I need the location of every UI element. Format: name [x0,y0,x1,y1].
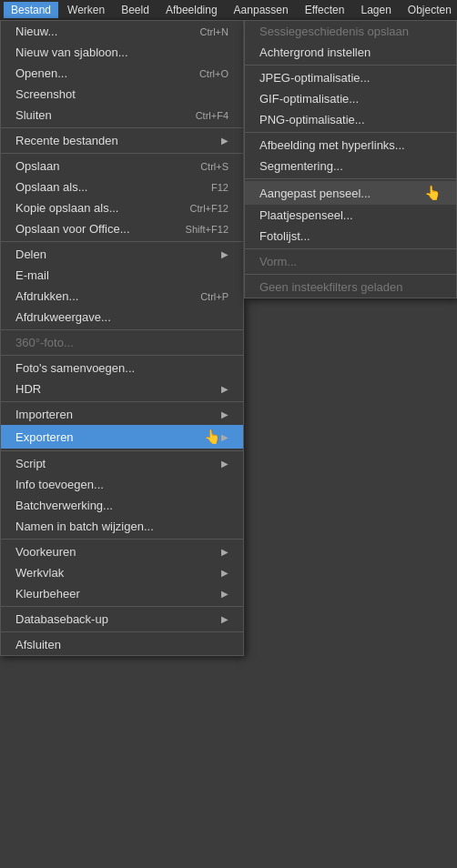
menu-importeren-arrow: ▶ [221,409,228,419]
submenu-geen-insteekfilters-label: Geen insteekfilters geladen [259,280,403,294]
menu-email[interactable]: E-mail [1,265,243,286]
menu-afdrukken-label: Afdrukken... [15,289,182,303]
menu-opslaan-label: Opslaan [15,159,182,173]
sub-sep1 [245,65,456,66]
menu-sluiten[interactable]: Sluiten Ctrl+F4 [1,105,243,126]
menu-recente[interactable]: Recente bestanden ▶ [1,130,243,151]
sep9 [1,606,243,607]
menu-delen-label: Delen [15,247,214,261]
submenu-gif[interactable]: GIF-optimalisatie... [245,88,456,109]
menu-item-afbeelding[interactable]: Afbeelding [158,2,225,18]
menu-opslaan-office-label: Opslaan voor Office... [15,222,168,236]
menu-script-arrow: ▶ [221,459,228,469]
submenu-png-label: PNG-optimalisatie... [259,113,365,126]
menu-werkvlak[interactable]: Werkvlak ▶ [1,562,243,583]
aangepast-hand-icon: 👆 [424,185,442,201]
submenu-achtergrond[interactable]: Achtergrond instellen [245,42,456,63]
menu-opslaan-als-label: Opslaan als... [15,180,193,194]
menu-fotos-samenvoegen-label: Foto's samenvoegen... [15,361,228,375]
submenu-aangepast-penseel-label: Aangepast penseel... [259,187,421,200]
menu-item-objecten[interactable]: Objecten [401,2,457,18]
submenu-hyperlinks[interactable]: Afbeelding met hyperlinks... [245,135,456,156]
submenu-achtergrond-label: Achtergrond instellen [259,45,371,59]
menu-nieuw-sjabloon-label: Nieuw van sjabloon... [15,45,228,59]
submenu-fotolijst-label: Fotolijst... [259,229,310,243]
submenu-segmentering[interactable]: Segmentering... [245,156,456,177]
submenu-aangepast-penseel[interactable]: Aangepast penseel... 👆 [245,181,456,205]
menu-nieuw[interactable]: Nieuw... Ctrl+N [1,21,243,42]
menu-databaseback-up[interactable]: Databaseback-up ▶ [1,609,243,630]
submenu-hyperlinks-label: Afbeelding met hyperlinks... [259,138,405,152]
submenu-png[interactable]: PNG-optimalisatie... [245,109,456,130]
menu-screenshot-label: Screenshot [15,87,228,101]
menu-opslaan-office[interactable]: Opslaan voor Office... Shift+F12 [1,218,243,239]
menu-hdr[interactable]: HDR ▶ [1,378,243,399]
menu-kleurbeheer[interactable]: Kleurbeheer ▶ [1,583,243,604]
menu-item-aanpassen[interactable]: Aanpassen [227,2,296,18]
submenu-plaatjespenseel[interactable]: Plaatjespenseel... [245,205,456,226]
menu-opslaan-als[interactable]: Opslaan als... F12 [1,177,243,197]
submenu-plaatjespenseel-label: Plaatjespenseel... [259,208,353,222]
menu-werkvlak-arrow: ▶ [221,568,228,578]
menu-fotos-samenvoegen[interactable]: Foto's samenvoegen... [1,358,243,378]
submenu-gif-label: GIF-optimalisatie... [259,92,359,106]
menu-360foto-label: 360°-foto... [15,336,228,349]
menu-bar: Bestand Werken Beeld Afbeelding Aanpasse… [0,0,457,20]
sub-sep5 [245,274,456,275]
menu-databaseback-up-arrow: ▶ [221,614,228,624]
sep8 [1,539,243,540]
menu-item-lagen[interactable]: Lagen [353,2,398,18]
menu-item-werken[interactable]: Werken [60,2,112,18]
menu-email-label: E-mail [15,268,228,282]
app-container: Bestand Werken Beeld Afbeelding Aanpasse… [0,0,457,868]
menu-sluiten-label: Sluiten [15,108,178,122]
menu-voorkeuren[interactable]: Voorkeuren ▶ [1,541,243,562]
sub-sep3 [245,178,456,179]
menu-item-beeld[interactable]: Beeld [114,2,157,18]
menu-nieuw-label: Nieuw... [15,25,182,38]
menu-afsluiten[interactable]: Afsluiten [1,634,243,655]
menu-exporteren-label: Exporteren [15,430,198,444]
menu-namen-batch[interactable]: Namen in batch wijzigen... [1,516,243,537]
menu-screenshot[interactable]: Screenshot [1,84,243,105]
menu-exporteren[interactable]: Exporteren 👆 ▶ [1,425,243,449]
menu-afsluiten-label: Afsluiten [15,638,228,651]
submenu-segmentering-label: Segmentering... [259,159,343,173]
submenu-jpeg[interactable]: JPEG-optimalisatie... [245,67,456,88]
menu-importeren[interactable]: Importeren ▶ [1,404,243,425]
menu-afdrukweergave[interactable]: Afdrukweergave... [1,307,243,328]
menu-kopie-opslaan-shortcut: Ctrl+F12 [190,203,229,214]
sub-sep4 [245,248,456,249]
submenu-jpeg-label: JPEG-optimalisatie... [259,71,370,85]
sep2 [1,153,243,154]
sub-sep2 [245,132,456,133]
sep4 [1,329,243,330]
menu-recente-arrow: ▶ [221,136,228,146]
menu-delen-arrow: ▶ [221,249,228,259]
menu-item-effecten[interactable]: Effecten [298,2,352,18]
menu-kopie-opslaan[interactable]: Kopie opslaan als... Ctrl+F12 [1,197,243,218]
menu-batchverwerking[interactable]: Batchverwerking... [1,495,243,516]
submenu-geen-insteekfilters: Geen insteekfilters geladen [245,277,456,298]
menu-hdr-arrow: ▶ [221,384,228,394]
menu-opslaan-shortcut: Ctrl+S [200,161,228,172]
submenu-sessie-label: Sessiegeschiedenis opslaan [259,25,409,38]
menu-namen-batch-label: Namen in batch wijzigen... [15,520,228,533]
menu-openen[interactable]: Openen... Ctrl+O [1,63,243,84]
menu-importeren-label: Importeren [15,408,214,421]
menu-delen[interactable]: Delen ▶ [1,244,243,265]
menu-info-toevoegen[interactable]: Info toevoegen... [1,474,243,495]
menu-script[interactable]: Script ▶ [1,453,243,474]
menu-360foto: 360°-foto... [1,332,243,353]
menu-item-bestand[interactable]: Bestand [4,2,58,18]
menu-afdrukken[interactable]: Afdrukken... Ctrl+P [1,286,243,307]
exporteren-hand-icon: 👆 [204,429,221,445]
menu-afdrukweergave-label: Afdrukweergave... [15,310,228,324]
menu-script-label: Script [15,457,214,470]
menu-kleurbeheer-label: Kleurbeheer [15,587,214,601]
submenu-fotolijst[interactable]: Fotolijst... [245,226,456,247]
sep7 [1,450,243,451]
menu-opslaan[interactable]: Opslaan Ctrl+S [1,156,243,177]
sep5 [1,355,243,356]
menu-nieuw-sjabloon[interactable]: Nieuw van sjabloon... [1,42,243,63]
